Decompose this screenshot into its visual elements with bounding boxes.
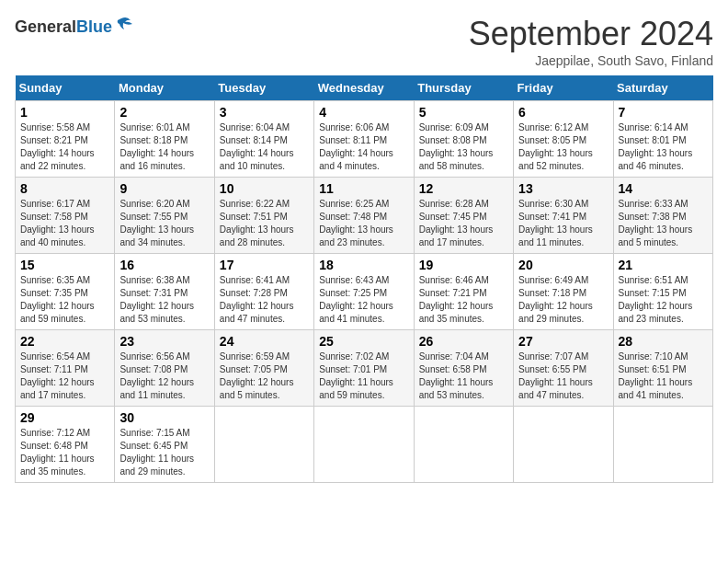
week-row: 8 Sunrise: 6:17 AMSunset: 7:58 PMDayligh… (16, 178, 713, 254)
day-number: 8 (20, 181, 109, 196)
day-number: 30 (119, 410, 209, 425)
day-number: 12 (419, 181, 508, 196)
day-detail: Sunrise: 6:01 AMSunset: 8:18 PMDaylight:… (119, 122, 194, 171)
table-row: 5 Sunrise: 6:09 AMSunset: 8:08 PMDayligh… (414, 101, 513, 178)
table-row: 24 Sunrise: 6:59 AMSunset: 7:05 PMDaylig… (214, 330, 313, 407)
day-detail: Sunrise: 7:04 AMSunset: 6:58 PMDaylight:… (419, 351, 494, 400)
day-number: 27 (518, 334, 608, 349)
table-row: 11 Sunrise: 6:25 AMSunset: 7:48 PMDaylig… (314, 178, 414, 254)
table-row: 14 Sunrise: 6:33 AMSunset: 7:38 PMDaylig… (613, 178, 712, 254)
table-row: 16 Sunrise: 6:38 AMSunset: 7:31 PMDaylig… (115, 254, 214, 330)
table-row: 30 Sunrise: 7:15 AMSunset: 6:45 PMDaylig… (115, 407, 214, 483)
table-row: 23 Sunrise: 6:56 AMSunset: 7:08 PMDaylig… (115, 330, 214, 407)
day-number: 15 (20, 258, 109, 272)
day-detail: Sunrise: 6:14 AMSunset: 8:01 PMDaylight:… (619, 122, 693, 171)
table-row (314, 407, 414, 483)
table-row: 26 Sunrise: 7:04 AMSunset: 6:58 PMDaylig… (414, 330, 513, 407)
page-header: General Blue September 2024 Jaeppilae, S… (15, 15, 713, 68)
table-row: 6 Sunrise: 6:12 AMSunset: 8:05 PMDayligh… (514, 101, 613, 178)
header-saturday: Saturday (613, 75, 712, 101)
table-row: 12 Sunrise: 6:28 AMSunset: 7:45 PMDaylig… (414, 178, 513, 254)
header-monday: Monday (115, 75, 214, 101)
day-detail: Sunrise: 7:10 AMSunset: 6:51 PMDaylight:… (619, 351, 693, 400)
logo-bird-icon (114, 15, 134, 39)
title-block: September 2024 Jaeppilae, South Savo, Fi… (469, 15, 713, 68)
day-detail: Sunrise: 6:43 AMSunset: 7:25 PMDaylight:… (319, 275, 393, 324)
day-detail: Sunrise: 6:22 AMSunset: 7:51 PMDaylight:… (220, 199, 294, 247)
day-detail: Sunrise: 7:02 AMSunset: 7:01 PMDaylight:… (319, 351, 393, 400)
week-row: 1 Sunrise: 5:58 AMSunset: 8:21 PMDayligh… (16, 101, 713, 178)
day-detail: Sunrise: 6:49 AMSunset: 7:18 PMDaylight:… (518, 275, 593, 324)
header-thursday: Thursday (414, 75, 513, 101)
day-detail: Sunrise: 6:06 AMSunset: 8:11 PMDaylight:… (319, 122, 393, 171)
header-row: Sunday Monday Tuesday Wednesday Thursday… (16, 75, 713, 101)
header-sunday: Sunday (16, 75, 115, 101)
table-row (514, 407, 613, 483)
day-detail: Sunrise: 6:28 AMSunset: 7:45 PMDaylight:… (419, 199, 494, 247)
day-number: 16 (119, 258, 209, 272)
table-row: 22 Sunrise: 6:54 AMSunset: 7:11 PMDaylig… (16, 330, 115, 407)
day-number: 18 (319, 258, 408, 272)
day-number: 6 (518, 105, 608, 120)
day-number: 14 (619, 181, 708, 196)
day-number: 23 (119, 334, 209, 349)
day-detail: Sunrise: 6:12 AMSunset: 8:05 PMDaylight:… (518, 122, 593, 171)
logo: General Blue (15, 15, 134, 39)
table-row: 15 Sunrise: 6:35 AMSunset: 7:35 PMDaylig… (16, 254, 115, 330)
day-number: 25 (319, 334, 408, 349)
day-number: 2 (119, 105, 209, 120)
day-number: 28 (619, 334, 708, 349)
table-row: 9 Sunrise: 6:20 AMSunset: 7:55 PMDayligh… (115, 178, 214, 254)
day-detail: Sunrise: 5:58 AMSunset: 8:21 PMDaylight:… (20, 122, 95, 171)
day-detail: Sunrise: 6:20 AMSunset: 7:55 PMDaylight:… (119, 199, 194, 247)
day-detail: Sunrise: 7:15 AMSunset: 6:45 PMDaylight:… (119, 428, 194, 477)
day-number: 1 (20, 105, 109, 120)
table-row: 18 Sunrise: 6:43 AMSunset: 7:25 PMDaylig… (314, 254, 414, 330)
month-title: September 2024 (469, 15, 713, 53)
header-friday: Friday (514, 75, 613, 101)
day-detail: Sunrise: 6:59 AMSunset: 7:05 PMDaylight:… (220, 351, 294, 400)
table-row: 19 Sunrise: 6:46 AMSunset: 7:21 PMDaylig… (414, 254, 513, 330)
day-detail: Sunrise: 6:51 AMSunset: 7:15 PMDaylight:… (619, 275, 693, 324)
week-row: 22 Sunrise: 6:54 AMSunset: 7:11 PMDaylig… (16, 330, 713, 407)
day-number: 11 (319, 181, 408, 196)
table-row: 8 Sunrise: 6:17 AMSunset: 7:58 PMDayligh… (16, 178, 115, 254)
day-detail: Sunrise: 6:17 AMSunset: 7:58 PMDaylight:… (20, 199, 95, 247)
header-tuesday: Tuesday (214, 75, 313, 101)
day-detail: Sunrise: 6:09 AMSunset: 8:08 PMDaylight:… (419, 122, 494, 171)
table-row: 25 Sunrise: 7:02 AMSunset: 7:01 PMDaylig… (314, 330, 414, 407)
day-number: 10 (220, 181, 309, 196)
day-number: 13 (518, 181, 608, 196)
logo-blue: Blue (76, 17, 112, 37)
table-row: 1 Sunrise: 5:58 AMSunset: 8:21 PMDayligh… (16, 101, 115, 178)
table-row: 13 Sunrise: 6:30 AMSunset: 7:41 PMDaylig… (514, 178, 613, 254)
day-number: 4 (319, 105, 408, 120)
table-row: 27 Sunrise: 7:07 AMSunset: 6:55 PMDaylig… (514, 330, 613, 407)
location-text: Jaeppilae, South Savo, Finland (469, 53, 713, 68)
table-row (613, 407, 712, 483)
day-detail: Sunrise: 6:25 AMSunset: 7:48 PMDaylight:… (319, 199, 393, 247)
day-number: 26 (419, 334, 508, 349)
day-detail: Sunrise: 6:04 AMSunset: 8:14 PMDaylight:… (220, 122, 294, 171)
day-detail: Sunrise: 6:46 AMSunset: 7:21 PMDaylight:… (419, 275, 494, 324)
table-row: 2 Sunrise: 6:01 AMSunset: 8:18 PMDayligh… (115, 101, 214, 178)
day-detail: Sunrise: 7:07 AMSunset: 6:55 PMDaylight:… (518, 351, 593, 400)
table-row: 3 Sunrise: 6:04 AMSunset: 8:14 PMDayligh… (214, 101, 313, 178)
day-number: 5 (419, 105, 508, 120)
day-detail: Sunrise: 6:54 AMSunset: 7:11 PMDaylight:… (20, 351, 95, 400)
day-number: 3 (220, 105, 309, 120)
table-row: 4 Sunrise: 6:06 AMSunset: 8:11 PMDayligh… (314, 101, 414, 178)
table-row: 29 Sunrise: 7:12 AMSunset: 6:48 PMDaylig… (16, 407, 115, 483)
day-detail: Sunrise: 7:12 AMSunset: 6:48 PMDaylight:… (20, 428, 95, 477)
day-number: 21 (619, 258, 708, 272)
table-row: 17 Sunrise: 6:41 AMSunset: 7:28 PMDaylig… (214, 254, 313, 330)
day-number: 9 (119, 181, 209, 196)
day-detail: Sunrise: 6:35 AMSunset: 7:35 PMDaylight:… (20, 275, 95, 324)
day-number: 19 (419, 258, 508, 272)
logo-general: General (15, 17, 76, 37)
table-row: 28 Sunrise: 7:10 AMSunset: 6:51 PMDaylig… (613, 330, 712, 407)
week-row: 29 Sunrise: 7:12 AMSunset: 6:48 PMDaylig… (16, 407, 713, 483)
day-detail: Sunrise: 6:33 AMSunset: 7:38 PMDaylight:… (619, 199, 693, 247)
day-number: 7 (619, 105, 708, 120)
week-row: 15 Sunrise: 6:35 AMSunset: 7:35 PMDaylig… (16, 254, 713, 330)
